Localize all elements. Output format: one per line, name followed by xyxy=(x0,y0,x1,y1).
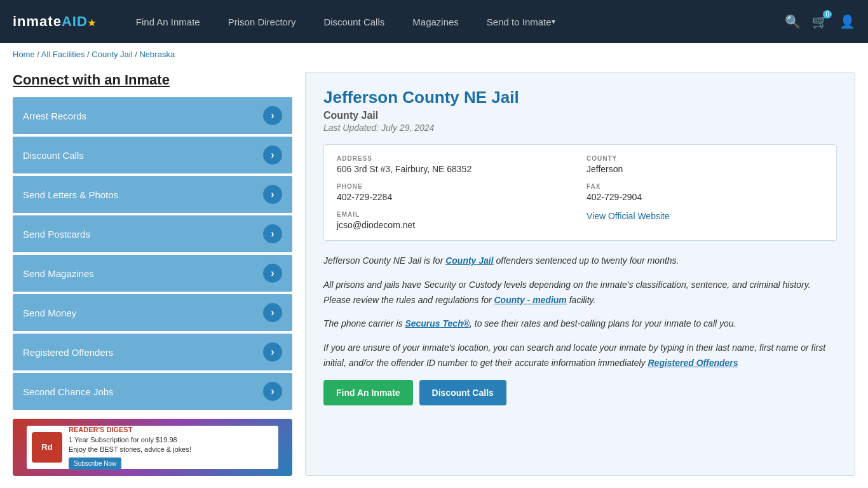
sidebar-advertisement: Rd READER'S DIGEST 1 Year Subscription f… xyxy=(13,419,292,476)
county-medium-link[interactable]: County - medium xyxy=(494,295,566,305)
registered-offenders-link[interactable]: Registered Offenders xyxy=(648,358,738,368)
nav-prison-directory[interactable]: Prison Directory xyxy=(214,0,310,43)
cart-button[interactable]: 🛒 0 xyxy=(812,14,828,29)
logo-aid-text: AID xyxy=(62,13,88,29)
bottom-buttons: Find An Inmate Discount Calls xyxy=(323,380,837,405)
desc-para-2: All prisons and jails have Security or C… xyxy=(323,278,837,308)
email-field: EMAIL jcso@diodecom.net xyxy=(337,211,574,230)
county-jail-link-1[interactable]: County Jail xyxy=(445,255,493,266)
county-value: Jefferson xyxy=(587,164,824,174)
county-field: COUNTY Jefferson xyxy=(587,155,824,174)
sidebar-item-arrest-records[interactable]: Arrest Records › xyxy=(13,97,292,134)
ad-subscribe-button[interactable]: Subscribe Now xyxy=(69,458,121,470)
discount-calls-button[interactable]: Discount Calls xyxy=(419,380,506,405)
website-field: View Official Website xyxy=(587,211,824,230)
sidebar-item-label: Registered Offenders xyxy=(23,347,113,358)
sidebar-menu: Arrest Records › Discount Calls › Send L… xyxy=(13,97,292,410)
nav-icons: 🔍 🛒 0 👤 xyxy=(785,14,855,29)
facility-title: Jefferson County NE Jail xyxy=(323,88,837,107)
breadcrumb-state[interactable]: Nebraska xyxy=(139,50,175,59)
ad-brand: READER'S DIGEST xyxy=(69,426,132,433)
fax-value: 402-729-2904 xyxy=(587,192,824,202)
sidebar-arrow-icon: › xyxy=(263,382,282,401)
cart-count: 0 xyxy=(823,10,832,18)
main-content: Jefferson County NE Jail County Jail Las… xyxy=(305,72,855,476)
email-label: EMAIL xyxy=(337,211,574,218)
facility-last-updated: Last Updated: July 29, 2024 xyxy=(323,123,837,133)
nav-send-to-inmate[interactable]: Send to Inmate xyxy=(473,0,569,43)
desc-para-1: Jefferson County NE Jail is for County J… xyxy=(323,254,837,269)
sidebar-item-label: Send Postcards xyxy=(23,229,90,240)
ad-headline: 1 Year Subscription for only $19.98 xyxy=(69,436,177,444)
search-button[interactable]: 🔍 xyxy=(785,14,801,29)
breadcrumb-all-facilities[interactable]: All Facilities xyxy=(41,50,85,59)
breadcrumb-county-jail[interactable]: County Jail xyxy=(92,50,132,59)
fax-field: FAX 402-729-2904 xyxy=(587,183,824,202)
desc-para-4: If you are unsure of your inmate's locat… xyxy=(323,341,837,371)
user-button[interactable]: 👤 xyxy=(839,14,855,29)
facility-info-box: ADDRESS 606 3rd St #3, Fairbury, NE 6835… xyxy=(323,144,837,241)
email-value: jcso@diodecom.net xyxy=(337,220,574,230)
phone-field: PHONE 402-729-2284 xyxy=(337,183,574,202)
sidebar-item-send-money[interactable]: Send Money › xyxy=(13,294,292,331)
sidebar-item-label: Discount Calls xyxy=(23,150,84,161)
sidebar-item-label: Second Chance Jobs xyxy=(23,386,114,397)
sidebar-arrow-icon: › xyxy=(263,342,282,362)
sidebar-title: Connect with an Inmate xyxy=(13,72,292,88)
nav-links: Find An Inmate Prison Directory Discount… xyxy=(122,0,785,43)
nav-discount-calls[interactable]: Discount Calls xyxy=(309,0,398,43)
address-field: ADDRESS 606 3rd St #3, Fairbury, NE 6835… xyxy=(337,155,574,174)
sidebar-item-registered-offenders[interactable]: Registered Offenders › xyxy=(13,334,292,370)
breadcrumb-home[interactable]: Home xyxy=(13,50,35,59)
find-inmate-button[interactable]: Find An Inmate xyxy=(323,380,413,405)
view-official-website-link[interactable]: View Official Website xyxy=(587,211,670,221)
sidebar-arrow-icon: › xyxy=(263,146,282,165)
sidebar-item-label: Send Money xyxy=(23,308,76,318)
sidebar-item-second-chance-jobs[interactable]: Second Chance Jobs › xyxy=(13,373,292,410)
sidebar-item-label: Arrest Records xyxy=(23,111,86,121)
sidebar-item-label: Send Magazines xyxy=(23,268,94,279)
sidebar-arrow-icon: › xyxy=(263,303,282,322)
sidebar-item-send-magazines[interactable]: Send Magazines › xyxy=(13,255,292,292)
ad-subtext: Enjoy the BEST stories, advice & jokes! xyxy=(69,445,191,453)
breadcrumb: Home / All Facilities / County Jail / Ne… xyxy=(0,43,868,65)
facility-type: County Jail xyxy=(323,110,837,121)
site-logo[interactable]: inmateAID★ xyxy=(13,13,97,30)
sidebar-item-send-postcards[interactable]: Send Postcards › xyxy=(13,215,292,252)
logo-star-icon: ★ xyxy=(88,18,97,28)
ad-logo: Rd xyxy=(32,432,62,463)
nav-magazines[interactable]: Magazines xyxy=(398,0,473,43)
page-content: Connect with an Inmate Arrest Records › … xyxy=(0,65,868,488)
sidebar-item-label: Send Letters & Photos xyxy=(23,189,118,200)
sidebar-item-send-letters[interactable]: Send Letters & Photos › xyxy=(13,176,292,213)
sidebar-arrow-icon: › xyxy=(263,106,282,125)
fax-label: FAX xyxy=(587,183,824,190)
securus-tech-link[interactable]: Securus Tech® xyxy=(405,318,470,329)
sidebar-arrow-icon: › xyxy=(263,224,282,243)
phone-label: PHONE xyxy=(337,183,574,190)
ad-inner: Rd READER'S DIGEST 1 Year Subscription f… xyxy=(27,426,278,469)
sidebar-item-discount-calls[interactable]: Discount Calls › xyxy=(13,137,292,173)
address-value: 606 3rd St #3, Fairbury, NE 68352 xyxy=(337,164,574,174)
ad-text: READER'S DIGEST 1 Year Subscription for … xyxy=(69,425,191,469)
address-label: ADDRESS xyxy=(337,155,574,162)
logo-inmate-text: inmate xyxy=(13,13,62,29)
phone-value: 402-729-2284 xyxy=(337,192,574,202)
sidebar-arrow-icon: › xyxy=(263,185,282,204)
sidebar: Connect with an Inmate Arrest Records › … xyxy=(13,72,292,476)
county-label: COUNTY xyxy=(587,155,824,162)
nav-find-inmate[interactable]: Find An Inmate xyxy=(122,0,214,43)
desc-para-3: The phone carrier is Securus Tech®, to s… xyxy=(323,316,837,332)
sidebar-arrow-icon: › xyxy=(263,264,282,283)
main-nav: inmateAID★ Find An Inmate Prison Directo… xyxy=(0,0,868,43)
